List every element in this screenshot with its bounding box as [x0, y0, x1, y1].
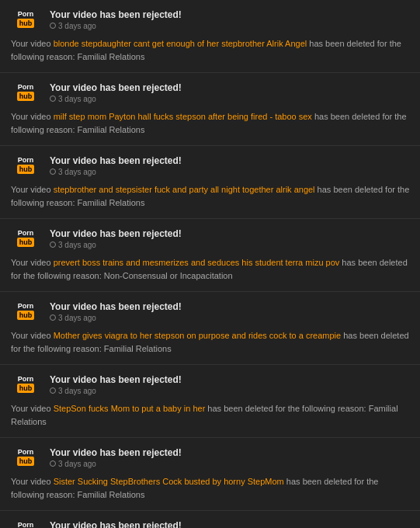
message-prefix: Your video	[11, 39, 54, 48]
message-prefix: Your video	[11, 477, 54, 486]
notification-card: Porn hub Your video has been rejected! 3…	[0, 365, 420, 438]
logo-hub-text: hub	[17, 92, 35, 102]
notification-body: Your video StepSon fucks Mom to put a ba…	[9, 402, 411, 428]
notification-meta: Your video has been rejected! 3 days ago	[50, 155, 182, 176]
logo-hub-text: hub	[17, 311, 35, 321]
notification-header: Porn hub Your video has been rejected! 3…	[9, 446, 411, 469]
message-prefix: Your video	[11, 331, 54, 340]
notification-title: Your video has been rejected!	[50, 447, 182, 458]
notification-time: 3 days ago	[50, 460, 182, 468]
notification-meta: Your video has been rejected! 3 days ago	[50, 374, 182, 395]
notification-meta: Your video has been rejected! 3 days ago	[50, 301, 182, 322]
logo-porn-text: Porn	[18, 303, 34, 310]
notification-header: Porn hub Your video has been rejected! 3…	[9, 519, 411, 528]
logo-porn-text: Porn	[18, 376, 34, 383]
logo-porn-text: Porn	[18, 84, 34, 91]
message-suffix: has been deleted for the following reaso…	[11, 404, 398, 426]
clock-icon	[50, 96, 56, 102]
message-suffix: has been deleted for the following reaso…	[11, 39, 401, 61]
notification-time: 3 days ago	[50, 168, 182, 176]
message-prefix: Your video	[11, 112, 54, 121]
notification-body: Your video Mother gives viagra to her st…	[9, 329, 411, 355]
pornhub-logo: Porn hub	[9, 446, 42, 469]
message-suffix: has been deleted for the following reaso…	[11, 112, 407, 134]
pornhub-logo: Porn hub	[9, 8, 42, 31]
notification-card: Porn hub Your video has been rejected! 3…	[0, 219, 420, 292]
notification-time: 3 days ago	[50, 314, 182, 322]
clock-icon	[50, 241, 56, 248]
notification-title: Your video has been rejected!	[50, 82, 182, 93]
logo-hub-text: hub	[17, 457, 35, 467]
logo-porn-text: Porn	[18, 11, 34, 18]
logo-hub-text: hub	[17, 384, 35, 394]
notification-header: Porn hub Your video has been rejected! 3…	[9, 373, 411, 396]
message-suffix: has been deleted for the following reaso…	[11, 331, 409, 353]
message-prefix: Your video	[11, 258, 54, 267]
notification-body: Your video milf step mom Payton hall fuc…	[9, 110, 411, 136]
message-prefix: Your video	[11, 185, 54, 194]
pornhub-logo: Porn hub	[9, 519, 42, 528]
logo-hub-text: hub	[17, 19, 35, 29]
notification-meta: Your video has been rejected! 3 days ago	[50, 447, 182, 468]
logo-hub-text: hub	[17, 238, 35, 248]
clock-icon	[50, 460, 56, 467]
notification-meta: Your video has been rejected! 3 days ago	[50, 520, 182, 529]
pornhub-logo: Porn hub	[9, 373, 42, 396]
notification-body: Your video Sister Sucking StepBrothers C…	[9, 475, 411, 501]
notification-title: Your video has been rejected!	[50, 9, 182, 20]
message-prefix: Your video	[11, 404, 54, 413]
notification-card: Porn hub Your video has been rejected! 3…	[0, 146, 420, 219]
notification-title: Your video has been rejected!	[50, 374, 182, 385]
pornhub-logo: Porn hub	[9, 154, 42, 177]
logo-hub-text: hub	[17, 165, 35, 175]
notification-time: 3 days ago	[50, 387, 182, 395]
notification-header: Porn hub Your video has been rejected! 3…	[9, 227, 411, 250]
logo-porn-text: Porn	[18, 449, 34, 456]
notification-card: Porn hub Your video has been rejected! 3…	[0, 292, 420, 365]
message-suffix: has been deleted for the following reaso…	[11, 185, 409, 207]
notification-header: Porn hub Your video has been rejected! 3…	[9, 8, 411, 31]
pornhub-logo: Porn hub	[9, 300, 42, 323]
clock-icon	[50, 168, 56, 175]
notification-header: Porn hub Your video has been rejected! 3…	[9, 81, 411, 104]
notification-card: Porn hub Your video has been rejected! 3…	[0, 73, 420, 146]
notification-title: Your video has been rejected!	[50, 520, 182, 529]
message-suffix: has been deleted for the following reaso…	[11, 477, 379, 499]
notification-meta: Your video has been rejected! 3 days ago	[50, 9, 182, 30]
clock-icon	[50, 314, 56, 321]
notification-title: Your video has been rejected!	[50, 155, 182, 166]
notification-meta: Your video has been rejected! 3 days ago	[50, 82, 182, 103]
notification-title: Your video has been rejected!	[50, 301, 182, 312]
logo-porn-text: Porn	[18, 230, 34, 237]
notification-header: Porn hub Your video has been rejected! 3…	[9, 300, 411, 323]
notification-meta: Your video has been rejected! 3 days ago	[50, 228, 182, 249]
logo-porn-text: Porn	[18, 157, 34, 164]
pornhub-logo: Porn hub	[9, 81, 42, 104]
notification-card: Porn hub Your video has been rejected! 3…	[0, 0, 420, 73]
notification-body: Your video blonde stepdaughter cant get …	[9, 37, 411, 63]
notification-header: Porn hub Your video has been rejected! 3…	[9, 154, 411, 177]
notification-card: Porn hub Your video has been rejected! 3…	[0, 438, 420, 511]
notification-time: 3 days ago	[50, 241, 182, 249]
logo-porn-text: Porn	[18, 522, 34, 528]
clock-icon	[50, 387, 56, 394]
pornhub-logo: Porn hub	[9, 227, 42, 250]
notification-card: Porn hub Your video has been rejected! 3…	[0, 511, 420, 528]
notification-title: Your video has been rejected!	[50, 228, 182, 239]
notification-body: Your video prevert boss trains and mesme…	[9, 256, 411, 282]
notification-time: 3 days ago	[50, 22, 182, 30]
notification-time: 3 days ago	[50, 95, 182, 103]
clock-icon	[50, 23, 56, 29]
notification-body: Your video stepbrother and stepsister fu…	[9, 183, 411, 209]
message-suffix: has been deleted for the following reaso…	[11, 258, 408, 280]
